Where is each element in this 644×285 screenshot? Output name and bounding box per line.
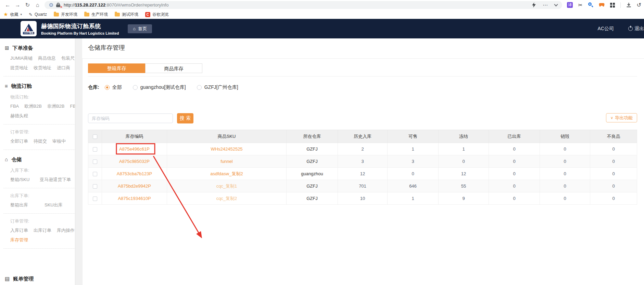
product-sku-link[interactable]: cqc_复制1 xyxy=(216,183,237,189)
sidebar-item-jumia-store[interactable]: JUMIA商铺 xyxy=(10,56,33,61)
row-checkbox[interactable] xyxy=(93,172,97,176)
column-header-frozen: 冻结 xyxy=(439,130,489,143)
sidebar-item-to-submit[interactable]: 待提交 xyxy=(34,139,47,144)
radio-icon[interactable] xyxy=(133,85,138,90)
sidebar-item-fba[interactable]: FBA xyxy=(10,104,19,109)
row-checkbox[interactable] xyxy=(93,159,97,164)
column-header-product-sku: 商品SKU xyxy=(167,130,287,143)
folder-icon xyxy=(115,13,120,16)
sidebar-item-outbound-orders[interactable]: 出库订单 xyxy=(34,228,51,233)
tabs-underline xyxy=(88,76,637,76)
logout-button[interactable]: 退出登录 xyxy=(628,26,644,32)
caret-down-icon: ▾ xyxy=(20,13,22,16)
bookmark-folder-prod[interactable]: 生产环境 xyxy=(84,12,108,17)
gamepad-extension-icon[interactable] xyxy=(599,3,605,7)
more-icon[interactable]: ⋯ xyxy=(543,2,548,8)
radio-gzfj-warehouse[interactable]: GZFJ[广州仓库] xyxy=(197,84,238,91)
sidebar-item-product-info[interactable]: 商品信息 xyxy=(38,56,56,61)
url-text[interactable]: http://115.28.227.122:8070/#/wmsOrder/re… xyxy=(64,2,168,8)
chevron-down-icon[interactable] xyxy=(554,2,558,6)
row-checkbox[interactable] xyxy=(93,147,97,152)
product-sku-link[interactable]: cqc_复制2 xyxy=(216,196,237,201)
lightning-icon[interactable] xyxy=(532,2,536,8)
product-sku-link[interactable]: funnel xyxy=(220,159,232,164)
product-sku-link[interactable]: asdfdasw_复制2 xyxy=(210,171,243,176)
apps-grid-icon[interactable] xyxy=(610,3,615,8)
inventory-code-link[interactable]: A875c1934610P xyxy=(118,196,151,201)
download-icon[interactable] xyxy=(626,2,631,8)
bookmark-chrome[interactable]: C 谷歌浏览 xyxy=(145,12,169,17)
sidebar-item-inventory-management[interactable]: 库存管理 xyxy=(10,237,28,243)
favorites-bookmark[interactable]: ★ 收藏 ▾ xyxy=(3,11,22,17)
translate-extension-icon[interactable]: 译 xyxy=(567,2,573,8)
undo-icon[interactable]: ↺ xyxy=(637,2,641,8)
logo-triangle-icon xyxy=(24,23,34,32)
bookmark-label: 测试环境 xyxy=(122,12,138,17)
inventory-code-link[interactable]: A875e496c61P xyxy=(119,146,150,152)
home-icon[interactable]: ⌂ xyxy=(33,0,42,10)
search-button[interactable]: 搜 索 xyxy=(177,113,193,123)
table-row: A875c1934610P cqc_复制2 GZFJ 10 1 9 0 0 0 xyxy=(88,192,637,205)
app-subtitle: Booking Platform By Hart Logistics Limit… xyxy=(41,31,119,35)
group-label-outbound-order: 出库下单: xyxy=(10,193,75,198)
sidebar-item-full-container-outbound[interactable]: 整箱出库 xyxy=(10,202,28,208)
sidebar-item-full-container-sku[interactable]: 整箱/SKU xyxy=(10,177,29,182)
inventory-code-link[interactable]: A875c985032P xyxy=(119,159,150,164)
power-icon xyxy=(628,26,633,31)
bookmarks-bar: ★ 收藏 ▾ ✎ Quartz 开发环境 生产环境 测试环境 C 谷歌浏览 xyxy=(0,10,644,19)
warehouse-cell: GZFJ xyxy=(287,180,338,192)
destroyed-cell: 0 xyxy=(540,168,590,180)
sidebar-item-pickup-address[interactable]: 提货地址 xyxy=(10,65,28,71)
sidebar-item-amazon-return-order[interactable]: 亚马逊退货下单 xyxy=(40,177,71,182)
radio-guangzhou-test-warehouse[interactable]: guangzhou[测试仓库] xyxy=(133,84,186,91)
column-header-warehouse: 所在仓库 xyxy=(287,130,338,143)
inventory-code-search-input[interactable] xyxy=(88,114,173,123)
sidebar-item-all-orders[interactable]: 全部订单 xyxy=(10,139,28,144)
sidebar-item-europe-b2b[interactable]: 欧洲B2B xyxy=(24,104,42,109)
toolbar-divider xyxy=(620,2,621,8)
bookmark-folder-test[interactable]: 测试环境 xyxy=(115,12,138,17)
row-checkbox[interactable] xyxy=(93,197,97,201)
radio-all-warehouses[interactable]: 全部 xyxy=(105,84,122,91)
sidebar-item-under-review[interactable]: 审核中 xyxy=(52,139,66,144)
insecure-lock-icon[interactable]: × xyxy=(56,3,61,8)
sidebar-item-sku-outbound[interactable]: SKU出库 xyxy=(45,202,63,208)
row-checkbox[interactable] xyxy=(93,184,97,189)
address-bar[interactable]: × http://115.28.227.122:8070/#/wmsOrder/… xyxy=(45,1,562,9)
section-title: 下单准备 xyxy=(13,45,33,51)
back-icon[interactable]: ← xyxy=(3,0,13,10)
sidebar-item-package-size[interactable]: 包装尺寸 xyxy=(61,56,75,61)
sidebar-item-inbound-orders[interactable]: 入库订单 xyxy=(10,228,28,233)
sellable-cell: 0 xyxy=(388,168,439,180)
select-all-checkbox[interactable] xyxy=(93,134,97,139)
company-menu[interactable]: AC公司 xyxy=(598,26,614,32)
tab-full-container-inventory[interactable]: 整箱库存 xyxy=(88,63,145,73)
forward-icon[interactable]: → xyxy=(13,0,23,10)
sidebar-item-africa-b2b[interactable]: 非洲B2B xyxy=(47,104,65,109)
radio-checked-icon[interactable] xyxy=(105,85,110,90)
sellable-cell: 1 xyxy=(388,192,439,205)
export-button[interactable]: ∨ 导出功能 xyxy=(606,113,637,122)
bookmark-folder-dev[interactable]: 开发环境 xyxy=(54,12,77,17)
inventory-code-link[interactable]: A875bd2e9942P xyxy=(118,183,151,189)
sidebar-item-fbj[interactable]: FBJ xyxy=(70,104,75,109)
site-info-icon[interactable] xyxy=(49,3,53,7)
scissors-extension-icon[interactable]: ✂ xyxy=(578,2,583,8)
inventory-code-link[interactable]: A8753cba7b123P xyxy=(117,171,152,176)
bookmark-quartz[interactable]: ✎ Quartz xyxy=(29,12,47,17)
reload-icon[interactable]: ↻ xyxy=(23,0,33,10)
sidebar-item-hart-first-leg[interactable]: 赫德头程 xyxy=(10,113,28,119)
home-page-button[interactable]: ⌂ 首页 xyxy=(128,24,152,33)
radio-label: guangzhou[测试仓库] xyxy=(140,84,186,91)
search-extension-icon[interactable] xyxy=(588,2,593,8)
table-header-row: 库存编码 商品SKU 所在仓库 历史入库 可售 冻结 已出库 销毁 不良品 xyxy=(88,130,637,143)
sidebar-item-warehouse-operations[interactable]: 库内操作 xyxy=(57,228,75,233)
sidebar-item-receiving-address[interactable]: 收货地址 xyxy=(34,65,51,71)
sidebar-item-importer[interactable]: 进口商 xyxy=(57,65,70,71)
radio-icon[interactable] xyxy=(197,85,202,90)
tab-product-inventory[interactable]: 商品库存 xyxy=(145,63,202,73)
product-sku-link[interactable]: WHs242452525 xyxy=(211,146,242,152)
warehouse-cell: GZFJ xyxy=(287,143,338,155)
bill-icon: ▤ xyxy=(5,275,10,282)
frozen-cell: 1 xyxy=(439,143,489,155)
